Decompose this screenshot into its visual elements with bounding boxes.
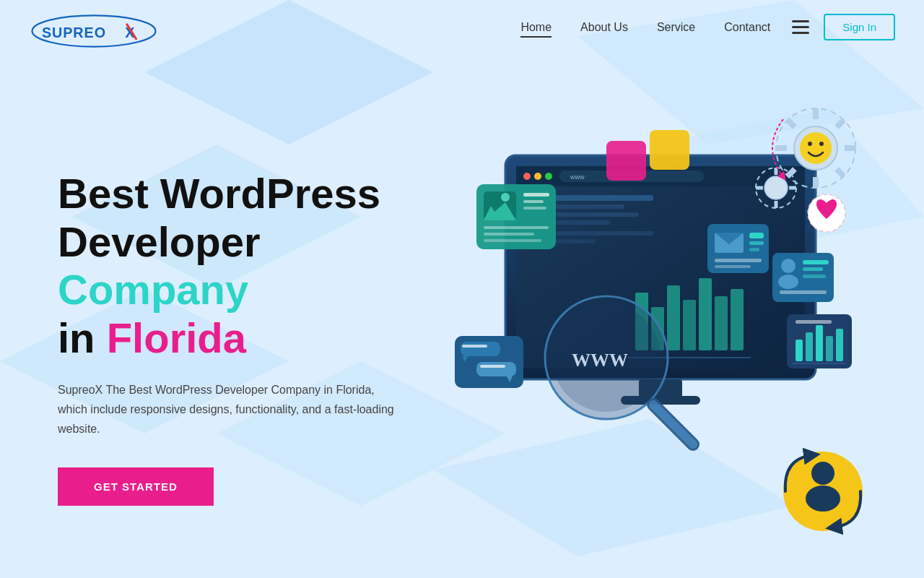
svg-rect-61: [523, 207, 546, 210]
svg-rect-95: [462, 345, 487, 348]
svg-rect-47: [667, 285, 680, 350]
svg-point-36: [545, 173, 552, 180]
svg-point-77: [778, 275, 798, 289]
nav-link-about[interactable]: About Us: [580, 21, 628, 33]
hamburger-line: [792, 32, 809, 34]
svg-rect-65: [606, 141, 646, 181]
get-started-button[interactable]: GET STARTED: [58, 467, 214, 506]
svg-point-22: [808, 142, 812, 146]
hero-text-block: Best WordPress Developer Company in Flor…: [58, 170, 433, 506]
svg-rect-62: [484, 226, 549, 229]
svg-text:SUPREO: SUPREO: [42, 24, 106, 40]
nav-item-about[interactable]: About Us: [580, 21, 628, 34]
svg-rect-79: [803, 267, 823, 271]
svg-point-104: [806, 486, 840, 512]
svg-rect-74: [715, 265, 751, 268]
svg-rect-85: [816, 325, 823, 361]
hero-title-teal: Company: [58, 266, 248, 313]
svg-rect-50: [715, 296, 728, 350]
svg-text:www: www: [570, 173, 585, 181]
svg-point-21: [800, 132, 832, 164]
svg-rect-81: [780, 290, 827, 294]
hero-title-pink: Florida: [107, 314, 246, 361]
svg-line-100: [653, 405, 693, 444]
svg-point-23: [819, 142, 824, 146]
svg-text:X: X: [125, 24, 135, 40]
hero-illustration: www: [433, 98, 866, 578]
svg-line-18: [837, 120, 844, 127]
svg-rect-63: [484, 233, 534, 236]
nav-link-contact[interactable]: Contanct: [724, 21, 770, 33]
hero-description: SupreoX The Best WordPress Developer Com…: [58, 380, 404, 439]
svg-rect-86: [826, 336, 833, 361]
svg-point-58: [501, 193, 510, 202]
svg-rect-49: [699, 278, 712, 350]
gear-decoration: [700, 105, 859, 264]
hero-section: Best WordPress Developer Company in Flor…: [0, 54, 924, 578]
nav-link-service[interactable]: Service: [657, 21, 695, 33]
svg-rect-83: [796, 340, 803, 361]
svg-rect-89: [796, 320, 832, 324]
svg-rect-91: [461, 342, 500, 356]
navbar: SUPREO X Home About Us Service Contanct …: [0, 0, 924, 54]
svg-point-35: [534, 173, 541, 180]
nav-item-home[interactable]: Home: [520, 21, 552, 34]
nav-link-home[interactable]: Home: [520, 21, 552, 38]
hero-title-line1: Best WordPress: [58, 170, 380, 217]
svg-rect-80: [803, 275, 826, 278]
nav-links: Home About Us Service Contanct: [520, 21, 770, 34]
hamburger-line: [792, 26, 809, 28]
nav-item-service[interactable]: Service: [657, 21, 695, 34]
svg-point-34: [523, 173, 531, 180]
svg-rect-60: [523, 200, 544, 203]
svg-rect-64: [484, 239, 541, 242]
svg-point-103: [811, 462, 834, 485]
nav-item-contact[interactable]: Contanct: [724, 21, 770, 34]
hamburger-menu[interactable]: [792, 20, 809, 34]
svg-rect-66: [650, 130, 689, 170]
hero-title-line2-normal: Developer: [58, 218, 260, 265]
svg-rect-87: [836, 329, 843, 361]
svg-rect-51: [731, 289, 744, 350]
hamburger-line: [792, 20, 809, 22]
hero-title: Best WordPress Developer Company in Flor…: [58, 170, 433, 363]
svg-rect-93: [476, 362, 516, 376]
svg-line-17: [837, 169, 844, 176]
svg-point-25: [764, 176, 788, 199]
svg-line-16: [788, 120, 795, 127]
heart-icon: [808, 194, 845, 232]
logo[interactable]: SUPREO X: [29, 6, 159, 49]
svg-rect-48: [683, 300, 696, 350]
signin-button[interactable]: Sign In: [824, 14, 895, 40]
svg-text:WWW: WWW: [572, 350, 628, 371]
svg-rect-84: [806, 332, 813, 361]
hero-title-line3-normal: in: [58, 314, 107, 361]
svg-rect-96: [480, 365, 505, 368]
svg-rect-59: [523, 193, 549, 197]
